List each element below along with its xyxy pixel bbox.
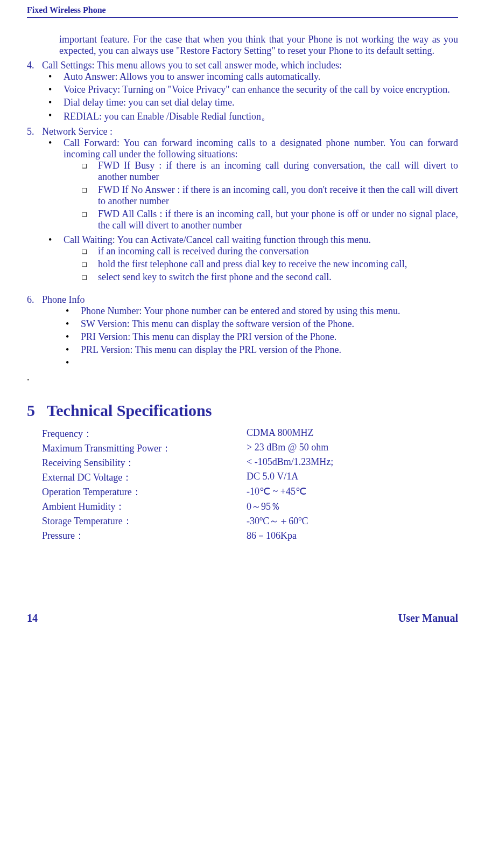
spec-value: 0～95％ <box>247 500 458 513</box>
item5-bullet2-subs: ❑if an incoming call is received during … <box>82 246 458 283</box>
bullet-text: Voice Privacy: Turning on "Voice Privacy… <box>64 84 458 95</box>
trailing-dot: . <box>27 372 458 383</box>
footer-label: User Manual <box>398 612 458 624</box>
square-marker: ❑ <box>82 160 98 170</box>
bullet-marker: • <box>48 84 64 95</box>
spec-value: < -105dBm/1.23MHz; <box>247 456 458 469</box>
list-number-5: 5. <box>27 126 42 137</box>
square-marker: ❑ <box>82 259 98 268</box>
square-text: FWD If Busy : if there is an incoming ca… <box>98 160 458 183</box>
bullet-marker: • <box>66 305 81 317</box>
bullet-text: PRI Version: This menu can display the P… <box>81 331 458 343</box>
spec-label: Operation Temperature： <box>42 485 247 498</box>
bullet-marker: • <box>48 97 64 108</box>
item6-bullets: •Phone Number: Your phone number can be … <box>66 305 458 369</box>
header-divider <box>27 17 458 18</box>
page-footer: 14 User Manual <box>27 612 458 624</box>
square-marker: ❑ <box>82 184 98 194</box>
square-marker: ❑ <box>82 246 98 255</box>
bullet-text: Phone Number: Your phone number can be e… <box>81 305 458 317</box>
square-text: FWD All Calls : if there is an incoming … <box>98 209 458 231</box>
list-number-6: 6. <box>27 294 42 305</box>
bullet-text: SW Version: This menu can display the so… <box>81 318 458 330</box>
square-text: if an incoming call is received during t… <box>98 246 458 257</box>
spec-label: Ambient Humidity： <box>42 500 247 513</box>
square-text: select send key to switch the first phon… <box>98 272 458 283</box>
list-text-4: Call Settings: This menu allows you to s… <box>42 60 458 71</box>
spec-value: CDMA 800MHZ <box>247 427 458 440</box>
item5-bullet1-subs: ❑FWD If Busy : if there is an incoming c… <box>82 160 458 231</box>
bullet-text: REDIAL: you can Enable /Disable Redial f… <box>64 110 458 123</box>
bullet-marker: • <box>48 234 64 246</box>
bullet-marker: • <box>48 110 64 121</box>
spec-value: 86－106Kpa <box>247 529 458 542</box>
bullet-text: Dial delay time: you can set dial delay … <box>64 97 458 108</box>
section-5-title: Technical Specifications <box>47 401 212 420</box>
spec-value: > 23 dBm @ 50 ohm <box>247 442 458 455</box>
bullet-marker: • <box>66 318 81 330</box>
spec-value: DC 5.0 V/1A <box>247 471 458 484</box>
bullet-text: PRL Version: This menu can display the P… <box>81 344 458 356</box>
bullet-marker: • <box>66 357 81 369</box>
bullet-text: Auto Answer: Allows you to answer incomi… <box>64 71 458 82</box>
spec-label: Storage Temperature： <box>42 515 247 527</box>
bullet-marker: • <box>48 137 64 149</box>
spec-value-storage-temp: -30oC～＋60oC <box>247 515 458 527</box>
spec-label: Receiving Sensibility： <box>42 456 247 469</box>
spec-label: External DC Voltage： <box>42 471 247 484</box>
bullet-text: Call Forward: You can forward incoming c… <box>64 137 458 159</box>
bullet-marker: • <box>48 71 64 82</box>
square-marker: ❑ <box>82 272 98 281</box>
spec-table: Frequency：CDMA 800MHZ Maximum Transmitti… <box>42 427 458 542</box>
page-number: 14 <box>27 612 38 624</box>
square-marker: ❑ <box>82 209 98 218</box>
list-text-5: Network Service : <box>42 126 458 137</box>
item5-bullets: • Call Forward: You can forward incoming… <box>48 137 458 284</box>
bullet-text: Call Waiting: You can Activate/Cancel ca… <box>64 234 371 245</box>
item4-bullets: •Auto Answer: Allows you to answer incom… <box>48 71 458 123</box>
spec-value: -10℃ ~ +45℃ <box>247 485 458 498</box>
square-text: hold the first telephone call and press … <box>98 259 458 270</box>
spec-label: Frequency： <box>42 427 247 440</box>
spec-label: Pressure： <box>42 529 247 542</box>
section-5-heading: 5 Technical Specifications <box>27 401 458 420</box>
bullet-marker: • <box>66 344 81 356</box>
list-text-6: Phone Info <box>42 294 458 305</box>
spec-label: Maximum Transmitting Power： <box>42 442 247 455</box>
section-5-number: 5 <box>27 401 35 420</box>
numbered-list: 4. Call Settings: This menu allows you t… <box>27 60 458 369</box>
square-text: FWD If No Answer : if there is an incomi… <box>98 184 458 207</box>
continuation-paragraph: important feature. For the case that whe… <box>59 34 458 57</box>
header-title: Fixed Wireless Phone <box>27 5 458 15</box>
list-number-4: 4. <box>27 60 42 71</box>
bullet-marker: • <box>66 331 81 343</box>
